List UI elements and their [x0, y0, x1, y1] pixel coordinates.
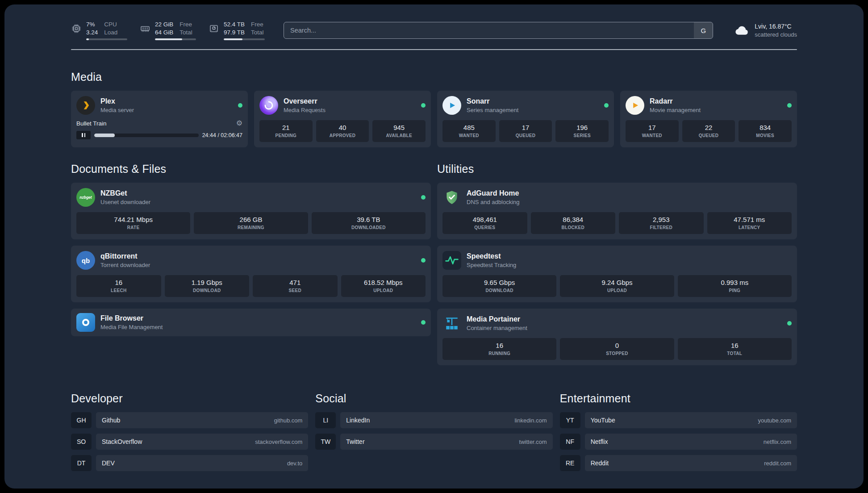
stat-value: 17	[627, 124, 677, 131]
stat-tiles: 744.21 MbpsRATE 266 GBREMAINING 39.6 TBD…	[76, 212, 426, 234]
section-title-developer: Developer	[71, 392, 308, 405]
service-card-plex: Plex Media server Bullet Train ⚙	[71, 91, 248, 147]
search-provider-button[interactable]: G	[694, 22, 713, 38]
stat-tile: 9.65 GbpsDOWNLOAD	[442, 275, 556, 297]
top-bar: 7% 3.24 CPU Load	[71, 21, 797, 40]
qbittorrent-icon: qb	[76, 251, 95, 270]
playback-progress-fill	[94, 134, 115, 137]
weather-condition: scattered clouds	[755, 31, 797, 39]
dashboard-panel: 7% 3.24 CPU Load	[4, 4, 864, 489]
stat-label: SERIES	[557, 133, 607, 138]
bookmark-linkedin[interactable]: LI LinkedInlinkedin.com	[315, 412, 552, 428]
service-link-plex[interactable]: Plex Media server	[76, 96, 242, 115]
bookmark-github[interactable]: GH Githubgithub.com	[71, 412, 308, 428]
status-dot	[421, 258, 426, 263]
stat-tiles: 16LEECH 1.19 GbpsDOWNLOAD 471SEED 618.52…	[76, 275, 426, 297]
stat-tiles: 9.65 GbpsDOWNLOAD 9.24 GbpsUPLOAD 0.993 …	[442, 275, 792, 297]
bookmark-group-entertainment: Entertainment YT YouTubeyoutube.com NF N…	[560, 392, 797, 476]
section-media: Media Plex Media server	[71, 71, 797, 147]
service-subtitle: Media server	[100, 107, 134, 114]
bookmark-dev[interactable]: DT DEVdev.to	[71, 455, 308, 471]
stat-label: APPROVED	[318, 133, 367, 138]
service-name: NZBGet	[100, 189, 127, 197]
sonarr-icon	[442, 96, 461, 115]
gear-icon[interactable]: ⚙	[236, 120, 242, 127]
stat-value: 471	[255, 279, 336, 286]
service-name: Media Portainer	[467, 315, 520, 323]
stat-value: 22	[684, 124, 734, 131]
service-link-speedtest[interactable]: Speedtest Speedtest Tracking	[442, 251, 792, 270]
bookmark-stackoverflow[interactable]: SO StackOverflowstackoverflow.com	[71, 434, 308, 450]
status-dot	[421, 320, 426, 325]
stat-label: WANTED	[627, 133, 677, 138]
stat-label: PING	[680, 288, 790, 293]
bookmark-reddit[interactable]: RE Redditreddit.com	[560, 455, 797, 471]
service-link-sonarr[interactable]: Sonarr Series management	[442, 96, 609, 115]
service-link-adguard[interactable]: AdGuard Home DNS and adblocking	[442, 188, 792, 207]
service-link-overseerr[interactable]: Overseerr Media Requests	[259, 96, 426, 115]
stat-label: UPLOAD	[343, 288, 424, 293]
bookmark-domain: github.com	[274, 417, 303, 424]
plex-icon	[76, 96, 95, 115]
service-link-radarr[interactable]: Radarr Movie management	[626, 96, 792, 115]
pause-button[interactable]	[76, 131, 91, 139]
stat-label: WANTED	[444, 133, 494, 138]
service-subtitle: DNS and adblocking	[467, 199, 520, 206]
playback-progress-bar	[94, 134, 199, 137]
disk-total-label: Total	[251, 29, 264, 37]
section-title-media: Media	[71, 71, 797, 84]
search-input[interactable]	[284, 22, 713, 39]
stat-tile: 86,384BLOCKED	[531, 212, 616, 234]
stat-tiles: 498,461QUERIES 86,384BLOCKED 2,953FILTER…	[442, 212, 792, 234]
service-name: AdGuard Home	[467, 189, 519, 197]
service-subtitle: Media Requests	[284, 107, 326, 114]
cpu-icon	[71, 23, 82, 34]
stat-value: 0.993 ms	[680, 279, 790, 286]
service-subtitle: Series management	[467, 107, 518, 114]
weather-widget: Lviv, 16.87°C scattered clouds	[734, 22, 797, 38]
section-title-documents: Documents & Files	[71, 163, 431, 175]
stat-value: 834	[740, 124, 790, 131]
bookmark-group-social: Social LI LinkedInlinkedin.com TW Twitte…	[315, 392, 552, 476]
stat-value: 39.6 TB	[313, 216, 424, 223]
bookmark-twitter[interactable]: TW Twittertwitter.com	[315, 434, 552, 450]
service-link-nzbget[interactable]: nzbget NZBGet Usenet downloader	[76, 188, 426, 207]
service-link-portainer[interactable]: Media Portainer Container management	[442, 314, 792, 333]
bookmark-netflix[interactable]: NF Netflixnetflix.com	[560, 434, 797, 450]
stat-tiles: 17WANTED 22QUEUED 834MOVIES	[626, 120, 792, 142]
stat-label: TOTAL	[680, 351, 790, 356]
stat-label: DOWNLOADED	[313, 225, 424, 230]
service-card-sonarr: Sonarr Series management 485WANTED 17QUE…	[437, 91, 614, 147]
stat-tile: 16TOTAL	[678, 338, 792, 360]
stat-value: 945	[374, 124, 424, 131]
bookmark-name: Twitter	[346, 438, 364, 445]
service-card-adguard: AdGuard Home DNS and adblocking 498,461Q…	[437, 183, 797, 239]
disk-free-label: Free	[251, 21, 264, 29]
cloud-icon	[734, 22, 750, 38]
stat-label: RATE	[78, 225, 188, 230]
cpu-usage-bar	[86, 38, 127, 40]
service-link-qbittorrent[interactable]: qb qBittorrent Torrent downloader	[76, 251, 426, 270]
stat-tile: 618.52 MbpsUPLOAD	[341, 275, 426, 297]
bookmark-youtube[interactable]: YT YouTubeyoutube.com	[560, 412, 797, 428]
cpu-usage-value: 7%	[86, 21, 98, 29]
memory-free-value: 22 GiB	[155, 21, 173, 29]
service-card-radarr: Radarr Movie management 17WANTED 22QUEUE…	[620, 91, 797, 147]
stat-label: QUEUED	[501, 133, 551, 138]
service-name: Speedtest	[467, 252, 501, 260]
cpu-load-value: 3.24	[86, 29, 98, 37]
service-subtitle: Movie management	[650, 107, 701, 114]
stat-label: AVAILABLE	[374, 133, 424, 138]
stat-value: 2,953	[621, 216, 702, 223]
service-subtitle: Speedtest Tracking	[467, 262, 516, 269]
stat-tile: 498,461QUERIES	[442, 212, 527, 234]
service-card-filebrowser: File Browser Media File Management	[71, 309, 431, 336]
speedtest-icon	[442, 251, 461, 270]
status-dot	[604, 103, 609, 108]
service-subtitle: Usenet downloader	[100, 199, 150, 206]
cpu-load-label: Load	[104, 29, 117, 37]
service-link-filebrowser[interactable]: File Browser Media File Management	[76, 313, 426, 332]
service-card-overseerr: Overseerr Media Requests 21PENDING 40APP…	[254, 91, 431, 147]
stat-value: 9.65 Gbps	[444, 279, 555, 286]
service-card-nzbget: nzbget NZBGet Usenet downloader 744.21 M…	[71, 183, 431, 239]
